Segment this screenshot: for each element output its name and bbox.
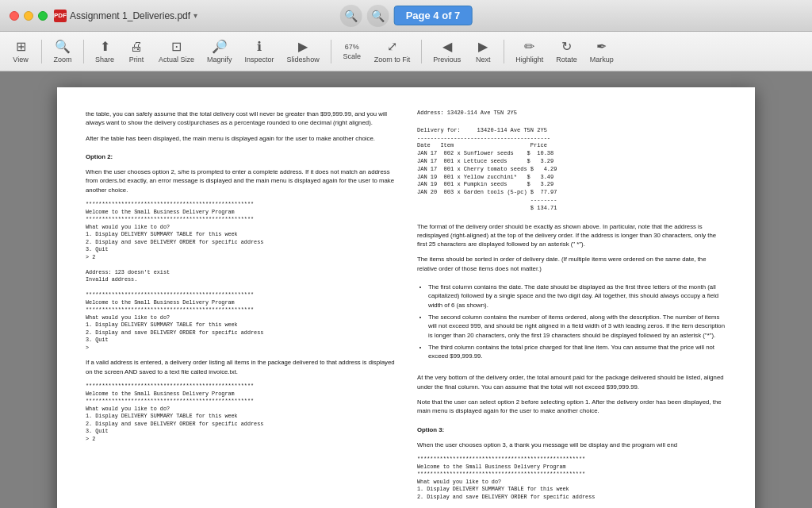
magnify-icon: 🔎 [212, 39, 228, 54]
print-button[interactable]: 🖨 Print [122, 37, 151, 66]
slideshow-icon: ▶ [298, 39, 308, 54]
actual-size-label: Actual Size [159, 56, 194, 64]
zoom-to-fit-button[interactable]: ⤢ Zoom to Fit [370, 37, 416, 66]
close-button[interactable] [10, 11, 19, 21]
rotate-button[interactable]: ↻ Rotate [551, 37, 582, 66]
zoom-percent-label: 67% [345, 43, 359, 51]
zoom-icon: 🔍 [55, 39, 71, 54]
bullet-item-3: The third column contains the total pric… [428, 343, 726, 361]
page-indicator: 🔍 🔍 Page 4 of 7 [340, 5, 473, 27]
title-section: PDF Assignment 1_Deliveries.pdf ▾ [54, 10, 197, 22]
separator-3 [331, 40, 331, 64]
view-icon: ⊞ [16, 39, 26, 54]
maximize-button[interactable] [38, 11, 48, 21]
share-button[interactable]: ⬆ Share [90, 37, 119, 66]
title-arrow-icon: ▾ [193, 11, 197, 20]
content-area: the table, you can safely assume that th… [0, 71, 812, 508]
traffic-lights [0, 11, 48, 21]
share-label: Share [95, 56, 114, 64]
markup-label: Markup [590, 56, 614, 64]
bullet-item-1: The first column contains the date. The … [428, 283, 726, 310]
address-display: Address: 13420-114 Ave T5N 2Y5 [417, 110, 726, 117]
right-column: Address: 13420-114 Ave T5N 2Y5 Delivery … [417, 110, 726, 508]
titlebar: PDF Assignment 1_Deliveries.pdf ▾ 🔍 🔍 Pa… [0, 0, 812, 32]
left-para3: If a valid address is entered, a deliver… [86, 358, 395, 376]
zoom-to-fit-label: Zoom to Fit [374, 56, 411, 64]
separator-5 [504, 40, 504, 64]
option2-text: When the user chooses option 2, s/he is … [86, 167, 395, 194]
view-label: View [13, 56, 28, 64]
window-title: Assignment 1_Deliveries.pdf [70, 10, 190, 21]
page-display: Page 4 of 7 [394, 6, 473, 25]
option2-heading: Option 2: [86, 152, 395, 161]
magnify-label: Magnify [207, 56, 232, 64]
option3-heading: Option 3: [417, 425, 726, 434]
delivery-table: Delivery for: 13420-114 Ave T5N 2Y5 ----… [417, 127, 726, 213]
separator-4 [421, 40, 422, 64]
inspector-label: Inspector [245, 56, 274, 64]
next-button[interactable]: ▶ Next [469, 37, 497, 66]
left-mono1: ****************************************… [86, 201, 395, 352]
option3-text: When the user chooses option 3, a thank … [417, 441, 726, 449]
print-icon: 🖨 [130, 40, 143, 54]
share-icon: ⬆ [100, 39, 110, 54]
minimize-button[interactable] [24, 11, 33, 21]
actual-size-button[interactable]: ⊡ Actual Size [154, 37, 199, 66]
bullet-item-2: The second column contains the number of… [428, 313, 726, 340]
rotate-label: Rotate [556, 56, 577, 64]
pdf-icon: PDF [54, 10, 67, 22]
separator-1 [41, 40, 42, 64]
search-right-button[interactable]: 🔍 [367, 5, 389, 27]
markup-button[interactable]: ✒ Markup [585, 37, 619, 66]
scale-button[interactable]: 67% Scale [338, 40, 366, 63]
bullet-list: The first column contains the date. The … [417, 283, 726, 364]
zoom-button[interactable]: 🔍 Zoom [48, 37, 77, 66]
right-para4: Note that the user can select option 2 b… [417, 398, 726, 416]
search-left-button[interactable]: 🔍 [340, 5, 362, 27]
next-icon: ▶ [478, 39, 488, 54]
zoom-to-fit-icon: ⤢ [387, 39, 397, 54]
inspector-button[interactable]: ℹ Inspector [240, 37, 279, 66]
previous-icon: ◀ [442, 39, 452, 54]
markup-icon: ✒ [596, 39, 607, 54]
print-label: Print [129, 56, 144, 64]
left-mono2: ****************************************… [86, 383, 395, 443]
left-para2: After the table has been displayed, the … [86, 134, 395, 143]
zoom-label: Zoom [53, 56, 71, 64]
toolbar: ⊞ View 🔍 Zoom ⬆ Share 🖨 Print ⊡ Actual S… [0, 32, 812, 71]
left-column: the table, you can safely assume that th… [86, 110, 395, 508]
left-para1: the table, you can safely assume that th… [86, 110, 395, 128]
view-button[interactable]: ⊞ View [6, 37, 35, 66]
slideshow-button[interactable]: ▶ Slideshow [282, 37, 324, 66]
highlight-icon: ✏ [524, 39, 534, 54]
right-para1: The format of the delivery order should … [417, 222, 726, 249]
actual-size-icon: ⊡ [171, 39, 182, 54]
right-para3: At the very bottom of the delivery order… [417, 373, 726, 391]
scale-label: Scale [343, 52, 361, 60]
highlight-label: Highlight [515, 56, 543, 64]
rotate-icon: ↻ [561, 39, 572, 54]
next-label: Next [476, 56, 491, 64]
highlight-button[interactable]: ✏ Highlight [511, 37, 548, 66]
right-mono3: ****************************************… [417, 456, 726, 501]
pdf-page: the table, you can safely assume that th… [57, 87, 755, 508]
magnify-button[interactable]: 🔎 Magnify [202, 37, 237, 66]
inspector-icon: ℹ [257, 39, 262, 54]
previous-button[interactable]: ◀ Previous [428, 37, 465, 66]
right-para2: The items should be sorted in order of d… [417, 255, 726, 273]
slideshow-label: Slideshow [287, 56, 320, 64]
previous-label: Previous [433, 56, 461, 64]
separator-2 [83, 40, 84, 64]
